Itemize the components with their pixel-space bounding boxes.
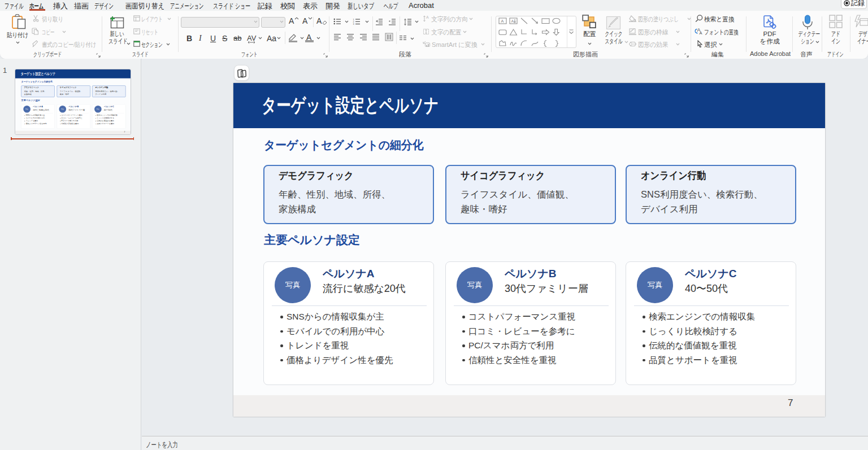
svg-text:A: A: [511, 19, 514, 23]
svg-text:3: 3: [353, 23, 355, 25]
svg-text:A: A: [501, 19, 504, 24]
svg-text:A: A: [426, 15, 429, 19]
svg-text:A: A: [700, 30, 702, 35]
